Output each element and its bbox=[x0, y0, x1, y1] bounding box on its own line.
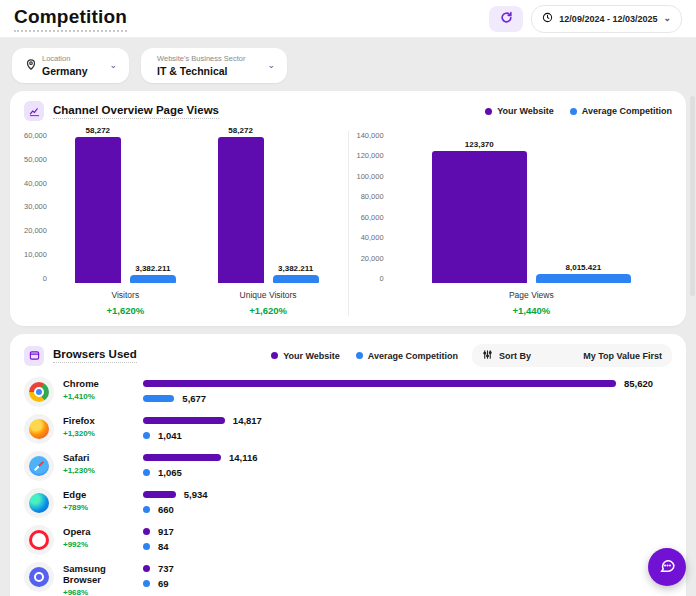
y-axis-tick: 20,000 bbox=[361, 254, 384, 263]
avg-competition-bar bbox=[143, 580, 150, 587]
y-axis-tick: 40,000 bbox=[24, 179, 47, 188]
browser-label-column: Firefox+1,320% bbox=[63, 414, 143, 438]
bar-value-label: 3,382.211 bbox=[135, 264, 170, 273]
bars: 58,2723,382.211 bbox=[75, 131, 176, 283]
browser-name: Edge bbox=[63, 489, 143, 500]
bar-value-label: 84 bbox=[158, 541, 169, 552]
category-label: Visitors bbox=[111, 290, 139, 300]
business-sector-labels: Website's Business Sector IT & Technical bbox=[157, 54, 245, 77]
change-label: +1,440% bbox=[512, 305, 550, 316]
your-website-bar bbox=[143, 491, 176, 498]
avg-competition-bar bbox=[273, 275, 319, 283]
location-icon bbox=[24, 57, 38, 75]
browser-change: +968% bbox=[63, 588, 143, 596]
your-website-line: 737 bbox=[143, 563, 672, 574]
browser-label-column: Chrome+1,410% bbox=[63, 377, 143, 401]
legend-your-website-label: Your Website bbox=[283, 351, 340, 361]
your-website-line: 85,620 bbox=[143, 378, 672, 389]
browsers-used-header: Browsers Used Your Website Average Compe… bbox=[24, 344, 672, 367]
page-views-chart: 140,000120,000100,00080,00060,00040,0002… bbox=[357, 131, 673, 316]
browser-label-column: Opera+992% bbox=[63, 525, 143, 549]
firefox-icon bbox=[29, 419, 49, 439]
browser-icon-wrap bbox=[24, 451, 54, 481]
your-website-bar bbox=[218, 137, 264, 283]
opera-icon bbox=[29, 530, 49, 550]
y-axis-tick: 0 bbox=[379, 274, 383, 283]
browser-chart-icon bbox=[24, 346, 44, 366]
sort-by-value: My Top Value First bbox=[583, 351, 662, 361]
avg-competition-bar bbox=[143, 432, 150, 439]
legend-average-competition: Average Competition bbox=[570, 106, 672, 116]
category-label: Unique Visitors bbox=[240, 290, 297, 300]
visitors-chart: 60,00050,00040,00030,00020,00010,000058,… bbox=[24, 131, 340, 316]
legend-your-website: Your Website bbox=[485, 106, 554, 116]
location-filter-label: Location bbox=[42, 54, 88, 63]
browser-label-column: Samsung Browser+968% bbox=[63, 562, 143, 596]
y-axis-tick: 80,000 bbox=[361, 192, 384, 201]
sort-by-label: Sort By bbox=[499, 351, 531, 361]
chat-button[interactable] bbox=[648, 548, 686, 586]
y-axis: 60,00050,00040,00030,00020,00010,0000 bbox=[24, 131, 54, 283]
chart-groups: 58,2723,382.211Visitors+1,620%58,2723,38… bbox=[54, 131, 340, 316]
avg-competition-bar bbox=[143, 506, 150, 513]
chart-groups: 123,3708,015.421Page Views+1,440% bbox=[391, 131, 672, 316]
change-label: +1,620% bbox=[106, 305, 144, 316]
legend-average-competition-label: Average Competition bbox=[368, 351, 458, 361]
bars: 58,2723,382.211 bbox=[218, 131, 319, 283]
browser-icon-wrap bbox=[24, 377, 54, 407]
browser-change: +1,230% bbox=[63, 466, 143, 475]
avg-competition-bar bbox=[130, 275, 176, 283]
refresh-button[interactable] bbox=[489, 6, 523, 32]
browsers-used-card: Browsers Used Your Website Average Compe… bbox=[10, 334, 686, 596]
filter-bar: Location Germany ⌄ Website's Business Se… bbox=[12, 48, 686, 83]
your-website-line: 917 bbox=[143, 526, 672, 537]
business-sector-filter[interactable]: Website's Business Sector IT & Technical… bbox=[141, 48, 287, 83]
legend-average-competition-label: Average Competition bbox=[582, 106, 672, 116]
business-sector-value: IT & Technical bbox=[157, 65, 245, 77]
browser-row: Samsung Browser+968%73769 bbox=[24, 562, 672, 596]
avg-competition-bar-column: 3,382.211 bbox=[130, 264, 176, 283]
your-website-bar bbox=[143, 380, 616, 387]
bar-value-label: 123,370 bbox=[465, 140, 494, 149]
legend-your-website: Your Website bbox=[271, 351, 340, 361]
bar-value-label: 85,620 bbox=[624, 378, 653, 389]
samsung-icon bbox=[29, 567, 49, 587]
browser-bars: 73769 bbox=[143, 562, 672, 593]
your-website-bar bbox=[143, 565, 150, 572]
scrollbar[interactable] bbox=[690, 96, 695, 296]
your-website-line: 14,817 bbox=[143, 415, 672, 426]
bar-value-label: 660 bbox=[158, 504, 174, 515]
bar-value-label: 58,272 bbox=[228, 126, 252, 135]
y-axis: 140,000120,000100,00080,00060,00040,0002… bbox=[357, 131, 391, 283]
date-range-picker[interactable]: 12/09/2024 - 12/03/2025 ⌄ bbox=[531, 5, 682, 33]
chrome-icon bbox=[29, 382, 49, 402]
avg-competition-line: 1,041 bbox=[143, 430, 672, 441]
top-bar-actions: 12/09/2024 - 12/03/2025 ⌄ bbox=[489, 5, 682, 33]
bar-value-label: 14,817 bbox=[233, 415, 262, 426]
sort-by-dropdown[interactable]: Sort By My Top Value First bbox=[472, 344, 672, 367]
bar-value-label: 5,934 bbox=[184, 489, 208, 500]
date-range-label: 12/09/2024 - 12/03/2025 bbox=[559, 14, 657, 24]
y-axis-tick: 120,000 bbox=[357, 151, 384, 160]
bar-group: 58,2723,382.211Unique Visitors+1,620% bbox=[218, 131, 319, 316]
browser-name: Firefox bbox=[63, 415, 143, 426]
browser-bars: 91784 bbox=[143, 525, 672, 556]
legend-average-competition: Average Competition bbox=[356, 351, 458, 361]
browser-label-column: Safari+1,230% bbox=[63, 451, 143, 475]
channel-overview-charts: 60,00050,00040,00030,00020,00010,000058,… bbox=[24, 131, 672, 316]
avg-competition-line: 1,065 bbox=[143, 467, 672, 478]
avg-competition-bar bbox=[143, 469, 150, 476]
bar-value-label: 917 bbox=[158, 526, 174, 537]
chevron-down-icon: ⌄ bbox=[663, 14, 671, 23]
page-title: Competition bbox=[14, 6, 127, 32]
avg-competition-line: 660 bbox=[143, 504, 672, 515]
location-filter[interactable]: Location Germany ⌄ bbox=[12, 48, 129, 83]
chat-bubble-icon bbox=[659, 557, 676, 577]
avg-competition-line: 69 bbox=[143, 578, 672, 589]
avg-competition-bar-column: 8,015.421 bbox=[536, 263, 631, 283]
your-website-line: 5,934 bbox=[143, 489, 672, 500]
y-axis-tick: 60,000 bbox=[361, 213, 384, 222]
y-axis-tick: 10,000 bbox=[24, 250, 47, 259]
channel-overview-title: Channel Overview Page Views bbox=[53, 104, 219, 119]
chart-legend: Your Website Average Competition bbox=[485, 106, 672, 116]
